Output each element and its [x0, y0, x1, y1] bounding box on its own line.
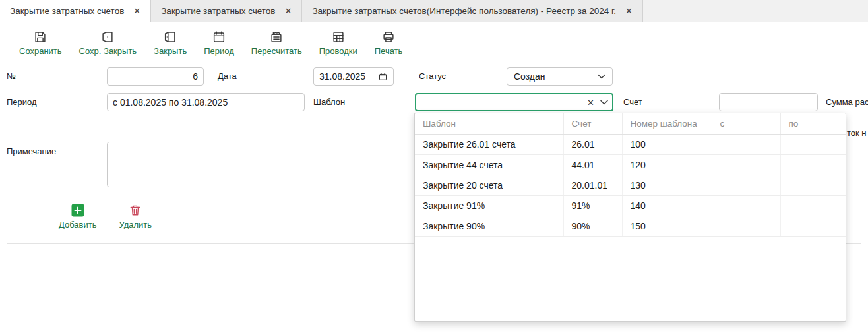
close-label: Закрыть	[154, 46, 187, 56]
cell-account[interactable]: 44.01	[563, 155, 622, 175]
account-input[interactable]	[719, 93, 818, 111]
cell-account[interactable]: 20.01.01	[563, 175, 622, 196]
template-dropdown: Шаблон Счет Номер шаблона с по Закрытие …	[414, 113, 846, 322]
close-door-icon	[163, 30, 177, 44]
save-icon	[33, 30, 47, 44]
table-header-row: Шаблон Счет Номер шаблона с по	[415, 113, 846, 135]
period-button[interactable]: Период	[195, 27, 243, 59]
date-picker-icon[interactable]	[378, 72, 388, 82]
cell-to[interactable]	[780, 135, 846, 155]
period-label: Период	[204, 46, 234, 56]
cell-from[interactable]	[712, 155, 780, 175]
status-label: Статус	[419, 67, 446, 86]
cell-template[interactable]: Закрытие 26.01 счета	[415, 135, 563, 155]
tab-bar: Закрытие затратных счетов ✕ Закрытие зат…	[0, 0, 868, 22]
cell-to[interactable]	[780, 216, 846, 237]
cell-template[interactable]: Закрытие 91%	[415, 196, 563, 216]
col-header-template: Шаблон	[415, 113, 563, 135]
cell-to[interactable]	[780, 155, 846, 175]
cell-account[interactable]: 90%	[563, 216, 622, 237]
status-value: Создан	[514, 71, 598, 82]
template-table: Шаблон Счет Номер шаблона с по Закрытие …	[415, 113, 846, 237]
recalculate-icon	[269, 30, 284, 44]
period-input[interactable]	[107, 93, 305, 111]
calendar-icon	[212, 30, 226, 44]
col-header-account: Счет	[563, 113, 622, 135]
delete-label: Удалить	[119, 220, 152, 229]
postings-label: Проводки	[319, 46, 357, 56]
note-textarea[interactable]	[107, 142, 418, 187]
cell-account[interactable]: 91%	[563, 196, 622, 216]
table-row[interactable]: Закрытие 20 счета 20.01.01 130	[415, 175, 846, 196]
postings-button[interactable]: Проводки	[311, 27, 366, 59]
postings-grid-icon	[331, 30, 346, 44]
chevron-down-icon[interactable]	[600, 100, 608, 105]
tab-close-icon[interactable]: ✕	[284, 5, 294, 16]
table-row[interactable]: Закрытие 90% 90% 150	[415, 216, 846, 237]
close-button[interactable]: Закрыть	[145, 27, 195, 59]
account-label: Счет	[623, 93, 642, 111]
cell-from[interactable]	[712, 175, 780, 196]
col-header-to: по	[780, 113, 846, 135]
recalculate-button[interactable]: Пересчитать	[243, 27, 311, 59]
cell-account[interactable]: 26.01	[563, 135, 622, 155]
template-combobox[interactable]: ✕	[415, 93, 613, 111]
page: Закрытие затратных счетов ✕ Закрытие зат…	[0, 0, 868, 335]
cell-from[interactable]	[712, 196, 780, 216]
col-header-from: с	[712, 113, 780, 135]
table-row[interactable]: Закрытие 91% 91% 140	[415, 196, 846, 216]
recalculate-label: Пересчитать	[251, 46, 302, 56]
cell-to[interactable]	[780, 175, 846, 196]
tab-close-icon[interactable]: ✕	[624, 5, 634, 16]
tab-label: Закрытие затратных счетов	[161, 6, 275, 16]
add-label: Добавить	[59, 220, 96, 229]
cell-to[interactable]	[780, 196, 846, 216]
save-button[interactable]: Сохранить	[11, 27, 71, 59]
cell-template[interactable]: Закрытие 44 счета	[415, 155, 563, 175]
save-close-button[interactable]: Сохр. Закрыть	[71, 27, 146, 59]
date-input[interactable]: 31.08.2025	[313, 67, 394, 86]
period-field-label: Период	[7, 93, 37, 111]
template-label: Шаблон	[313, 93, 345, 111]
table-row[interactable]: Закрытие 44 счета 44.01 120	[415, 155, 846, 175]
tab-close-expense-accounts-1[interactable]: Закрытие затратных счетов ✕	[0, 0, 151, 22]
tab-label: Закрытие затратных счетов(Интерфейс поль…	[312, 6, 616, 16]
number-label: №	[7, 67, 16, 86]
sum-label: Сумма рас	[826, 93, 868, 111]
cell-number[interactable]: 120	[622, 155, 712, 175]
date-value: 31.08.2025	[319, 71, 378, 82]
save-close-label: Сохр. Закрыть	[79, 46, 137, 56]
save-close-icon	[100, 30, 115, 44]
cell-number[interactable]: 140	[622, 196, 712, 216]
note-label: Примечание	[7, 142, 56, 161]
tab-close-icon[interactable]: ✕	[132, 5, 142, 16]
trash-icon	[129, 204, 142, 217]
cell-number[interactable]: 150	[622, 216, 712, 237]
remainder-label-cutoff: ток н	[847, 124, 867, 142]
table-row[interactable]: Закрытие 26.01 счета 26.01 100	[415, 135, 846, 155]
print-icon	[381, 30, 396, 44]
add-row-button[interactable]: Добавить	[55, 202, 100, 231]
toolbar: Сохранить Сохр. Закрыть Закрыть Период	[0, 22, 868, 63]
cell-from[interactable]	[712, 216, 780, 237]
cell-template[interactable]: Закрытие 90%	[415, 216, 563, 237]
tab-close-expense-accounts-2[interactable]: Закрытие затратных счетов ✕	[151, 0, 302, 22]
print-button[interactable]: Печать	[366, 27, 412, 59]
tab-registry-2024[interactable]: Закрытие затратных счетов(Интерфейс поль…	[302, 0, 642, 22]
tab-label: Закрытие затратных счетов	[10, 6, 124, 16]
date-label: Дата	[218, 67, 237, 86]
cell-number[interactable]: 100	[622, 135, 712, 155]
chevron-down-icon	[598, 74, 605, 79]
print-label: Печать	[375, 46, 403, 56]
cell-from[interactable]	[712, 135, 780, 155]
col-header-number: Номер шаблона	[622, 113, 712, 135]
save-label: Сохранить	[19, 46, 62, 56]
number-input[interactable]	[107, 67, 204, 86]
cell-number[interactable]: 130	[622, 175, 712, 196]
delete-row-button[interactable]: Удалить	[115, 202, 156, 231]
cell-template[interactable]: Закрытие 20 счета	[415, 175, 563, 196]
clear-icon[interactable]: ✕	[584, 98, 600, 107]
status-select[interactable]: Создан	[507, 67, 613, 86]
add-icon	[71, 204, 84, 217]
